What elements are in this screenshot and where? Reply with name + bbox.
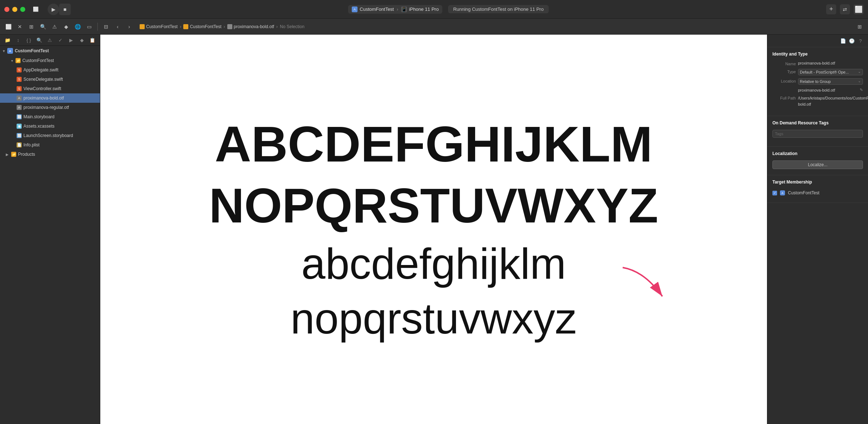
- inspector-file-tab[interactable]: 📄: [839, 37, 847, 45]
- otf-icon-regular: A: [17, 105, 22, 110]
- sidebar-item-appdelegate[interactable]: S AppDelegate.swift: [0, 65, 100, 75]
- split-editor-btn[interactable]: ⊞: [855, 22, 864, 31]
- breadcrumb-file[interactable]: proximanova-bold.otf: [227, 24, 274, 29]
- inspector-filename-value: proximanova-bold.otf: [798, 88, 858, 92]
- plist-icon: 📄: [17, 142, 22, 147]
- main-storyboard-label: Main.storyboard: [23, 114, 54, 119]
- inspector-type-select[interactable]: Default - PostScript® Ope...: [798, 69, 863, 75]
- inspector-tags-placeholder: Tags: [775, 132, 783, 136]
- back-btn[interactable]: ‹: [113, 22, 122, 31]
- chevron-1: ›: [180, 24, 181, 29]
- titlebar: ⬜ ▶ ■ A CustomFontTest › 📱 iPhone 11 Pro…: [0, 0, 868, 19]
- sidebar-icon-symbols[interactable]: { }: [24, 36, 33, 44]
- swap-icon[interactable]: ⇄: [840, 4, 850, 14]
- sidebar-item-assets[interactable]: ◼ Assets.xcassets: [0, 122, 100, 131]
- inspector-type-value: Default - PostScript® Ope...: [800, 70, 849, 74]
- inspector-history-tab[interactable]: 🕐: [848, 37, 856, 45]
- stop-button[interactable]: ■: [59, 4, 71, 15]
- group-disclosure-icon: ▾: [11, 59, 13, 63]
- sidebar-icon-issues[interactable]: ⚠: [45, 36, 54, 44]
- inspector-location-value: Relative to Group: [800, 79, 831, 84]
- sidebar: 📁 ↕ { } 🔍 ⚠ ✓ ▶ ◆ 📋 ▾ A CustomFontTest ▾…: [0, 35, 100, 424]
- sidebar-toggle-right[interactable]: ⬜: [854, 4, 864, 14]
- localize-button[interactable]: Localize...: [772, 160, 863, 169]
- assets-label: Assets.xcassets: [23, 124, 54, 129]
- inspector-location-select[interactable]: Relative to Group: [798, 78, 863, 85]
- group-label: CustomFontTest: [22, 58, 54, 63]
- play-button[interactable]: ▶: [48, 4, 59, 15]
- project-name: CustomFontTest: [15, 48, 49, 53]
- sidebar-project-header[interactable]: ▾ A CustomFontTest: [0, 46, 100, 56]
- sidebar-item-proximanova-bold[interactable]: A proximanova-bold.otf: [0, 93, 100, 103]
- sidebar-icon-tests[interactable]: ✓: [56, 36, 65, 44]
- sidebar-item-products[interactable]: ▶ 📁 Products: [0, 150, 100, 159]
- inspector-filename-edit-icon[interactable]: ✎: [860, 88, 863, 92]
- viewcontroller-label: ViewController.swift: [23, 86, 61, 91]
- scenedelegate-label: SceneDelegate.swift: [23, 77, 63, 82]
- sidebar-item-scenedelegate[interactable]: S SceneDelegate.swift: [0, 75, 100, 84]
- breadcrumb-folder[interactable]: CustomFontTest: [183, 24, 221, 29]
- sidebar-icon-search[interactable]: 🔍: [35, 36, 44, 44]
- inspector-fullpath-row: Full Path /Users/kristaps/Documents/ios/…: [772, 95, 863, 107]
- inspector-type-label: Type: [772, 69, 796, 74]
- sidebar-icon-debug[interactable]: ▶: [67, 36, 76, 44]
- breadcrumb-project[interactable]: CustomFontTest: [140, 24, 177, 29]
- close-button[interactable]: [4, 7, 9, 12]
- inspector-name-label: Name: [772, 61, 796, 66]
- folder-icon-group: 📁: [16, 58, 21, 63]
- content-area: ABCDEFGHIJKLM NOPQRSTUVWXYZ abcdefghijkl…: [100, 35, 767, 424]
- sidebar-item-main-storyboard[interactable]: ⬜ Main.storyboard: [0, 112, 100, 122]
- font-preview-line3: abcdefghijklm: [301, 240, 566, 287]
- source-ctrl-btn[interactable]: ⊟: [101, 22, 111, 31]
- sidebar-icon-breakpoints[interactable]: ◆: [77, 36, 86, 44]
- minimize-button[interactable]: [12, 7, 17, 12]
- sidebar-panel-btn[interactable]: ⬜: [4, 22, 13, 31]
- inspector-fullpath-value: /Users/kristaps/Documents/ios/CustomFont…: [798, 95, 868, 107]
- info-plist-label: Info.plist: [23, 142, 40, 147]
- sidebar-item-viewcontroller[interactable]: S ViewController.swift: [0, 84, 100, 93]
- inspector-target-row: ✓ A CustomFontTest: [772, 189, 863, 197]
- maximize-button[interactable]: [20, 7, 25, 12]
- xcassets-icon: ◼: [17, 124, 22, 129]
- sidebar-item-proximanova-regular[interactable]: A proximanova-regular.otf: [0, 103, 100, 112]
- breadcrumb: CustomFontTest › CustomFontTest › proxim…: [136, 24, 853, 29]
- breakpoint-btn[interactable]: ◆: [61, 22, 71, 31]
- inspector-location-label: Location: [772, 78, 796, 83]
- target-checkbox[interactable]: ✓: [772, 191, 777, 195]
- project-icon-sidebar: A: [7, 48, 13, 54]
- inspector-name-row: Name proximanova-bold.otf: [772, 61, 863, 66]
- proximanova-regular-label: proximanova-regular.otf: [23, 105, 69, 110]
- forward-btn[interactable]: ›: [124, 22, 134, 31]
- disclosure-icon: ▾: [3, 49, 5, 53]
- inspector-tags-input[interactable]: Tags: [772, 130, 863, 138]
- products-label: Products: [18, 152, 35, 157]
- sidebar-icon-folder[interactable]: 📁: [3, 36, 12, 44]
- add-button[interactable]: +: [826, 4, 836, 14]
- navigator-btn[interactable]: ⊞: [27, 22, 36, 31]
- env-btn[interactable]: 🌐: [73, 22, 82, 31]
- scheme-selector[interactable]: A CustomFontTest › 📱 iPhone 11 Pro: [348, 5, 442, 14]
- appdelegate-label: AppDelegate.swift: [23, 67, 58, 72]
- storyboard-icon-main: ⬜: [17, 114, 22, 119]
- sidebar-item-info-plist[interactable]: 📄 Info.plist: [0, 140, 100, 150]
- chevron-3: ›: [276, 24, 278, 29]
- inspector-help-tab[interactable]: ?: [856, 37, 864, 45]
- project-icon: [140, 24, 145, 29]
- sidebar-toggle-left[interactable]: ⬜: [31, 5, 40, 13]
- font-preview-line1: ABCDEFGHIJKLM: [215, 116, 652, 172]
- otf-icon-bold: A: [17, 96, 22, 101]
- device-name: iPhone 11 Pro: [409, 6, 439, 12]
- sidebar-item-launchscreen[interactable]: ⬜ LaunchScreen.storyboard: [0, 131, 100, 140]
- rect-btn[interactable]: ▭: [84, 22, 94, 31]
- sidebar-icon-reports[interactable]: 📋: [88, 36, 97, 44]
- warning-btn[interactable]: ⚠: [50, 22, 59, 31]
- sidebar-item-group[interactable]: ▾ 📁 CustomFontTest: [0, 56, 100, 65]
- font-preview-line2: NOPQRSTUVWXYZ: [209, 179, 658, 233]
- hide-btn[interactable]: ✕: [15, 22, 25, 31]
- target-name: CustomFontTest: [788, 190, 819, 195]
- toolbar: ⬜ ✕ ⊞ 🔍 ⚠ ◆ 🌐 ▭ ⊟ ‹ › CustomFontTest › C…: [0, 19, 868, 35]
- inspector-location-select-wrapper: Relative to Group: [798, 78, 863, 85]
- folder-icon: [183, 24, 188, 29]
- search-btn[interactable]: 🔍: [38, 22, 48, 31]
- sidebar-icon-source[interactable]: ↕: [13, 36, 22, 44]
